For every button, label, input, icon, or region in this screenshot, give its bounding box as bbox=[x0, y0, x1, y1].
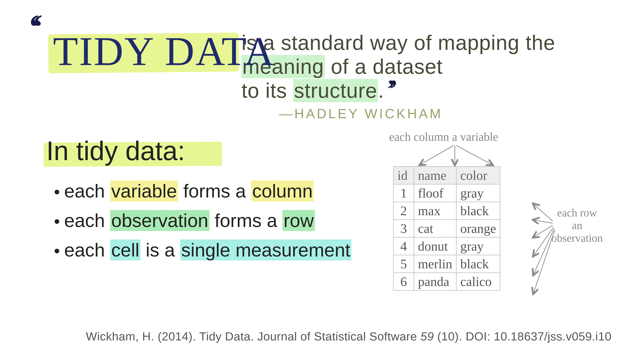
bullet-3: ● each cell is a single measurement bbox=[54, 236, 352, 264]
table-row: 4 donut gray bbox=[394, 237, 500, 255]
arrows-top-icon bbox=[406, 145, 500, 169]
open-quote-icon: ‘‘ bbox=[28, 21, 38, 32]
citation-pre: Wickham, H. (2014). Tidy Data. Journal o… bbox=[86, 330, 420, 343]
quote-line-2-post: of a dataset bbox=[325, 55, 443, 78]
b2-mid: forms a bbox=[210, 210, 282, 231]
arrows-right-icon bbox=[530, 193, 560, 303]
cell-color: gray bbox=[456, 184, 500, 202]
slide: ‘‘ TIDY DATA is a standard way of mappin… bbox=[0, 0, 644, 362]
cell-id: 3 bbox=[394, 220, 414, 237]
citation-post: (10). DOI: 10.18637/jss.v059.i10 bbox=[434, 330, 612, 343]
cell-name: max bbox=[414, 202, 456, 220]
cell-id: 4 bbox=[394, 237, 414, 255]
svg-line-2 bbox=[456, 145, 492, 165]
cell-color: gray bbox=[456, 237, 500, 255]
citation: Wickham, H. (2014). Tidy Data. Journal o… bbox=[86, 330, 612, 343]
th-color: color bbox=[456, 167, 500, 184]
b3-hl2: single measurement bbox=[180, 239, 352, 261]
bullet-dot-icon: ● bbox=[54, 213, 60, 229]
cell-name: panda bbox=[414, 273, 456, 290]
bullet-2: ● each observation forms a row bbox=[54, 206, 352, 235]
b2-pre: each bbox=[64, 210, 110, 231]
table-row: 1 floof gray bbox=[394, 184, 500, 202]
table-row: 2 max black bbox=[394, 202, 500, 220]
b3-hl1: cell bbox=[110, 239, 140, 261]
cell-name: donut bbox=[414, 237, 456, 255]
b1-hl1: variable bbox=[110, 180, 178, 202]
b1-hl2: column bbox=[251, 180, 314, 202]
cell-color: black bbox=[456, 255, 500, 273]
svg-line-4 bbox=[533, 220, 553, 223]
example-table: id name color 1 floof gray 2 max black 3 bbox=[393, 166, 500, 291]
bullet-list: ● each variable forms a column ● each ob… bbox=[54, 177, 352, 266]
table-row: 5 merlin black bbox=[394, 255, 500, 273]
subheading: In tidy data: bbox=[46, 135, 185, 166]
cell-name: cat bbox=[414, 220, 456, 237]
bullet-dot-icon: ● bbox=[54, 183, 60, 200]
table-header-row: id name color bbox=[394, 167, 500, 184]
hl-structure: structure bbox=[293, 79, 378, 102]
quote-line-1: is a standard way of mapping the bbox=[242, 31, 555, 55]
svg-line-3 bbox=[533, 204, 553, 221]
cell-id: 1 bbox=[394, 184, 414, 202]
b3-pre: each bbox=[64, 239, 110, 261]
cell-color: orange bbox=[456, 220, 500, 237]
example-table-wrap: id name color 1 floof gray 2 max black 3 bbox=[393, 166, 500, 291]
quote-attribution: —HADLEY WICKHAM bbox=[279, 106, 442, 121]
b3-mid: is a bbox=[140, 239, 180, 261]
svg-line-5 bbox=[533, 225, 553, 237]
quote-line-3-pre: to its bbox=[242, 79, 293, 102]
cell-name: merlin bbox=[414, 255, 456, 273]
bullet-dot-icon: ● bbox=[54, 242, 60, 259]
cell-name: floof bbox=[414, 184, 456, 202]
bullet-1: ● each variable forms a column bbox=[54, 177, 352, 205]
annotation-columns: each column a variable bbox=[389, 130, 498, 144]
th-name: name bbox=[414, 167, 456, 184]
quote-line-3: to its structure.’’ bbox=[242, 79, 555, 103]
svg-line-0 bbox=[420, 145, 454, 165]
quote-line-3-post: . bbox=[378, 79, 384, 102]
tidy-data-title: TIDY DATA bbox=[49, 30, 279, 73]
b1-pre: each bbox=[64, 180, 110, 202]
table-row: 6 panda calico bbox=[394, 273, 500, 290]
cell-id: 5 bbox=[394, 255, 414, 273]
table-row: 3 cat orange bbox=[394, 220, 500, 237]
citation-vol: 59 bbox=[420, 330, 434, 343]
cell-id: 2 bbox=[394, 202, 414, 220]
b2-hl1: observation bbox=[110, 210, 210, 231]
quote-line-2: meaning of a dataset bbox=[242, 55, 555, 78]
b1-mid: forms a bbox=[178, 180, 251, 202]
cell-id: 6 bbox=[394, 273, 414, 290]
th-id: id bbox=[394, 167, 414, 184]
b2-hl2: row bbox=[282, 210, 315, 231]
cell-color: calico bbox=[456, 273, 500, 290]
cell-color: black bbox=[456, 202, 500, 220]
quote-body: is a standard way of mapping the meaning… bbox=[242, 31, 555, 103]
svg-line-8 bbox=[533, 230, 555, 294]
